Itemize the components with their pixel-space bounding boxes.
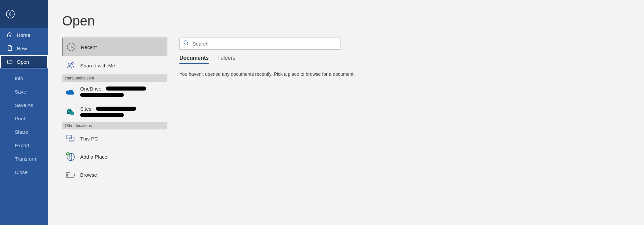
tab-folders[interactable]: Folders [217,55,235,64]
locations-header-org: compunetix.com [62,74,167,82]
sidebar-item-open[interactable]: Open [0,55,48,68]
sidebar-item-export[interactable]: Export [0,138,48,152]
onedrive-icon [65,87,75,97]
location-recent[interactable]: Recent [62,38,167,56]
backstage-sidebar: Home New Open Info Save Save As Print Sh… [0,0,48,225]
sidebar-label: Open [17,59,29,65]
back-button[interactable] [0,0,48,28]
home-icon [7,32,13,39]
location-shared-with-me[interactable]: Shared with Me [62,56,167,74]
location-label: Sites - [80,106,136,118]
sidebar-item-save[interactable]: Save [0,85,48,98]
svg-point-24 [184,41,187,44]
sidebar-item-saveas[interactable]: Save As [0,98,48,112]
location-label: Recent [81,44,97,50]
location-label: OneDrive - [80,86,146,98]
this-pc-icon [65,133,75,144]
sidebar-item-print[interactable]: Print [0,112,48,125]
add-place-icon [65,152,75,162]
svg-point-13 [68,63,70,65]
redacted-text [106,87,146,91]
open-stage: Open Recent Shared with Me compunetix.co… [48,0,644,225]
clock-icon [66,42,76,52]
search-input[interactable] [193,41,337,47]
people-icon [65,60,75,70]
sidebar-item-transform[interactable]: Transform [0,152,48,165]
svg-point-14 [71,62,73,64]
location-label: Browse [80,172,97,178]
redacted-text [96,107,136,111]
location-this-pc[interactable]: This PC [62,129,167,148]
location-onedrive[interactable]: OneDrive - [62,82,167,102]
redacted-text [80,113,124,117]
sidebar-item-home[interactable]: Home [0,28,48,42]
recent-empty-message: You haven't opened any documents recentl… [179,71,631,77]
tab-documents[interactable]: Documents [179,55,209,64]
new-doc-icon [7,45,13,52]
location-label: Shared with Me [80,63,115,68]
redacted-text [80,93,124,97]
svg-text:S: S [68,111,69,114]
location-label: This PC [80,136,98,142]
sidebar-item-info[interactable]: Info [0,71,48,85]
location-add-a-place[interactable]: Add a Place [62,148,167,166]
recent-documents-area: Documents Folders You haven't opened any… [179,38,631,77]
recent-tabs: Documents Folders [179,55,631,64]
sidebar-item-close[interactable]: Close [0,165,48,179]
sidebar-separator [13,70,37,70]
location-browse[interactable]: Browse [62,166,167,184]
sidebar-label: New [17,46,27,51]
sidebar-item-new[interactable]: New [0,42,48,55]
open-folder-icon [7,58,13,65]
folder-open-icon [65,170,75,180]
location-label: Add a Place [80,154,107,160]
page-title: Open [62,13,95,29]
locations-panel: Recent Shared with Me compunetix.com One… [62,38,167,184]
svg-point-16 [70,111,74,115]
sidebar-item-share[interactable]: Share [0,125,48,138]
svg-line-25 [187,44,189,45]
search-box[interactable] [179,38,340,50]
location-sharepoint-sites[interactable]: S Sites - [62,102,167,122]
sharepoint-icon: S [65,107,75,117]
locations-header-other: Other locations [62,122,167,129]
sidebar-label: Home [17,32,30,38]
search-icon [183,40,189,47]
